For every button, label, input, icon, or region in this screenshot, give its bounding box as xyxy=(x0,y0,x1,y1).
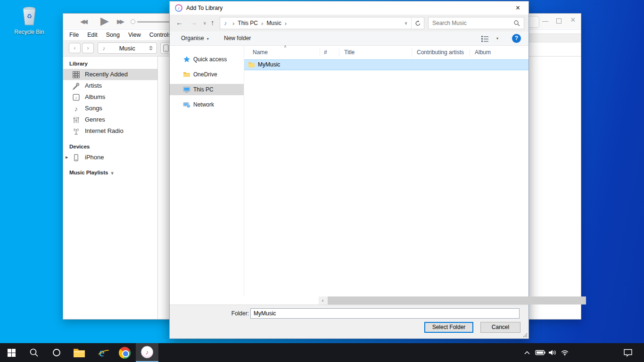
dialog-footer: Folder: Select Folder Cancel xyxy=(170,304,528,338)
action-center-icon[interactable] xyxy=(622,343,634,362)
nav-item-network[interactable]: Network xyxy=(170,99,244,110)
sidebar-item-songs[interactable]: ♪ Songs xyxy=(63,103,157,114)
expand-arrow-icon[interactable]: ▶ xyxy=(66,152,68,163)
dialog-close-button[interactable] xyxy=(507,1,528,15)
cancel-button[interactable]: Cancel xyxy=(480,322,520,333)
cortana-icon xyxy=(52,348,61,357)
rewind-icon[interactable]: ◀◀ xyxy=(80,18,86,25)
refresh-icon xyxy=(415,20,421,26)
sidebar-item-iphone[interactable]: ▶ iPhone xyxy=(63,152,157,163)
select-folder-button[interactable]: Select Folder xyxy=(424,322,473,333)
refresh-button[interactable] xyxy=(411,17,424,29)
breadcrumb-music[interactable]: Music xyxy=(266,20,281,26)
breadcrumb-separator-icon: › xyxy=(232,20,234,27)
dialog-titlebar[interactable]: ♪ Add To Library xyxy=(170,1,528,15)
file-explorer-button[interactable] xyxy=(68,343,91,362)
this-pc-monitor-icon xyxy=(183,86,190,93)
svg-text:♪: ♪ xyxy=(75,95,77,100)
scrollbar-thumb[interactable] xyxy=(328,296,586,304)
dialog-command-bar: Organise▾ New folder ▾ ? xyxy=(170,32,528,46)
menu-file[interactable]: File xyxy=(69,32,79,38)
menu-controls[interactable]: Controls xyxy=(149,32,172,38)
sidebar-item-albums[interactable]: ♪ Albums xyxy=(63,91,157,103)
itunes-icon: ♪ xyxy=(141,346,153,358)
scroll-left-icon[interactable]: ‹ xyxy=(319,296,327,304)
itunes-forward-button[interactable]: › xyxy=(82,43,94,53)
breadcrumb-this-pc[interactable]: This PC xyxy=(238,20,258,26)
resize-grip[interactable] xyxy=(523,333,527,337)
wifi-icon[interactable] xyxy=(559,343,570,362)
nav-item-quick-access[interactable]: Quick access xyxy=(170,54,244,65)
itunes-taskbar-button[interactable]: ♪ xyxy=(136,343,158,362)
quick-access-star-icon xyxy=(183,56,190,63)
itunes-maximize-icon[interactable] xyxy=(556,18,561,24)
view-mode-chevron-icon[interactable]: ▾ xyxy=(496,36,498,41)
internet-explorer-icon: e xyxy=(99,346,105,359)
recycle-bin-shortcut[interactable]: ♻ Recycle Bin xyxy=(11,6,47,35)
organise-button[interactable]: Organise▾ xyxy=(181,32,209,46)
up-button[interactable]: ↑ xyxy=(211,18,215,26)
new-folder-button[interactable]: New folder xyxy=(224,32,251,45)
iphone-icon xyxy=(163,44,169,52)
menu-edit[interactable]: Edit xyxy=(87,32,98,38)
library-header: Library xyxy=(69,61,88,66)
sidebar-item-genres[interactable]: Genres xyxy=(63,114,157,125)
network-icon xyxy=(183,101,190,108)
column-header-title[interactable]: Title xyxy=(344,47,355,58)
help-button[interactable]: ? xyxy=(512,34,521,43)
column-header-album[interactable]: Album xyxy=(475,47,491,58)
itunes-close-icon[interactable] xyxy=(570,15,576,25)
music-playlists-header[interactable]: Music Playlists∨ xyxy=(69,170,114,175)
grid-icon xyxy=(72,71,80,79)
nav-item-this-pc[interactable]: This PC xyxy=(170,84,244,95)
search-box[interactable] xyxy=(428,17,524,29)
windows-logo-icon xyxy=(8,349,16,357)
sidebar-item-internet-radio[interactable]: Internet Radio xyxy=(63,125,157,137)
taskbar-search-button[interactable] xyxy=(23,343,45,362)
search-input[interactable] xyxy=(429,20,513,26)
itunes-app-icon: ♪ xyxy=(175,4,182,12)
breadcrumb-separator-icon: › xyxy=(261,20,263,27)
view-mode-icon[interactable] xyxy=(481,36,489,42)
tray-chevron-up-icon[interactable] xyxy=(521,343,533,362)
sidebar-item-artists[interactable]: Artists xyxy=(63,80,157,91)
play-icon[interactable]: ▶ xyxy=(100,15,109,27)
file-row-mymusic[interactable]: MyMusic xyxy=(244,59,528,70)
chrome-button[interactable] xyxy=(113,343,136,362)
address-bar[interactable]: ♪ › This PC › Music › ∨ xyxy=(220,17,424,29)
folder-label: Folder: xyxy=(221,308,249,319)
nav-item-onedrive[interactable]: OneDrive xyxy=(170,69,244,80)
onedrive-folder-icon xyxy=(183,71,190,78)
genres-icon xyxy=(72,116,80,124)
address-dropdown-icon[interactable]: ∨ xyxy=(401,21,411,25)
media-picker[interactable]: ♪ Music xyxy=(98,42,157,54)
folder-name-input[interactable] xyxy=(250,308,520,319)
volume-icon[interactable] xyxy=(547,343,558,362)
itunes-back-button[interactable]: ‹ xyxy=(69,43,81,53)
menu-view[interactable]: View xyxy=(128,32,141,38)
fast-forward-icon[interactable]: ▶▶ xyxy=(117,18,123,25)
battery-icon[interactable] xyxy=(535,343,546,362)
internet-explorer-button[interactable]: e xyxy=(91,343,113,362)
menu-song[interactable]: Song xyxy=(106,32,120,38)
itunes-sidebar-divider xyxy=(157,57,158,319)
column-header-contributing-artists[interactable]: Contributing artists xyxy=(417,47,464,58)
recycle-bin-icon: ♻ xyxy=(20,6,39,26)
forward-button[interactable]: → xyxy=(190,18,197,26)
recycle-bin-label: Recycle Bin xyxy=(11,29,47,35)
volume-slider-knob[interactable] xyxy=(131,19,135,24)
scrollbar-track[interactable] xyxy=(327,296,520,304)
itunes-minimize-icon[interactable] xyxy=(542,21,548,22)
back-button[interactable]: ← xyxy=(176,18,183,26)
horizontal-scrollbar[interactable]: ‹ › xyxy=(319,296,528,304)
column-header-number[interactable]: # xyxy=(324,47,327,58)
start-button[interactable] xyxy=(0,343,23,362)
taskbar: e ♪ xyxy=(0,343,644,362)
add-to-library-dialog: ♪ Add To Library ← → ∨ ↑ ♪ › This PC › M… xyxy=(169,1,529,339)
recent-locations-chevron-icon[interactable]: ∨ xyxy=(203,21,206,25)
chrome-icon xyxy=(119,347,131,359)
media-picker-value: Music xyxy=(106,45,149,52)
cortana-button[interactable] xyxy=(45,343,68,362)
column-header-name[interactable]: Name xyxy=(253,47,268,58)
sidebar-item-recently-added[interactable]: Recently Added xyxy=(63,69,157,80)
